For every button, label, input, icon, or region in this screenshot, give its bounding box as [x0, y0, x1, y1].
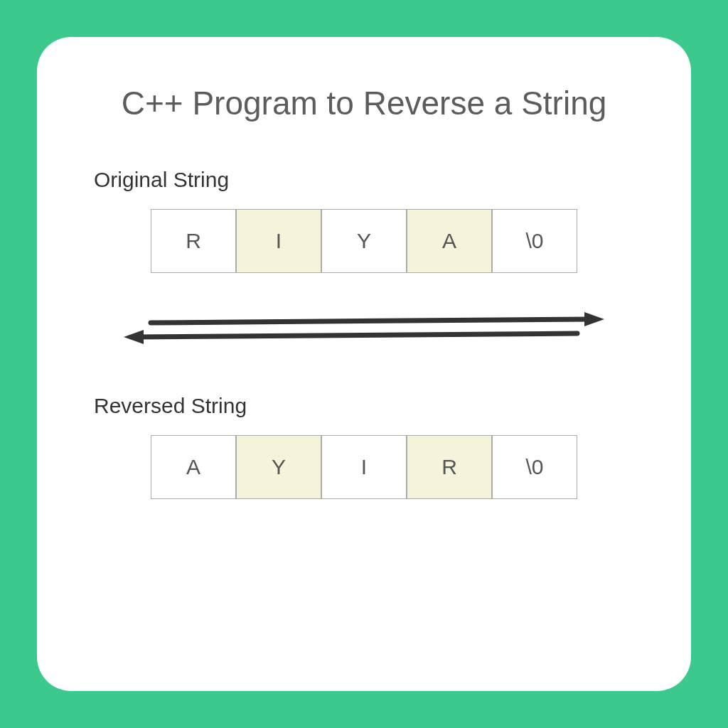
- svg-marker-3: [124, 330, 144, 344]
- original-cell-2: Y: [321, 209, 407, 273]
- original-string-row: R I Y A \0: [80, 209, 648, 273]
- reversed-cell-3: R: [407, 435, 492, 499]
- svg-line-2: [136, 333, 577, 337]
- reversed-string-row: A Y I R \0: [80, 435, 648, 499]
- reversed-label: Reversed String: [94, 394, 648, 418]
- svg-marker-1: [584, 312, 604, 326]
- reversed-cell-1: Y: [236, 435, 321, 499]
- original-cell-1: I: [236, 209, 321, 273]
- original-label: Original String: [94, 168, 648, 192]
- reversed-cell-0: A: [151, 435, 236, 499]
- double-arrow-icon: [122, 309, 606, 351]
- original-cell-4: \0: [492, 209, 577, 273]
- original-cell-3: A: [407, 209, 492, 273]
- page-title: C++ Program to Reverse a String: [80, 82, 648, 125]
- reversed-cell-2: I: [321, 435, 407, 499]
- diagram-card: C++ Program to Reverse a String Original…: [37, 37, 691, 691]
- swap-arrows: [80, 309, 648, 351]
- svg-line-0: [151, 319, 592, 323]
- original-cell-0: R: [151, 209, 236, 273]
- reversed-cell-4: \0: [492, 435, 577, 499]
